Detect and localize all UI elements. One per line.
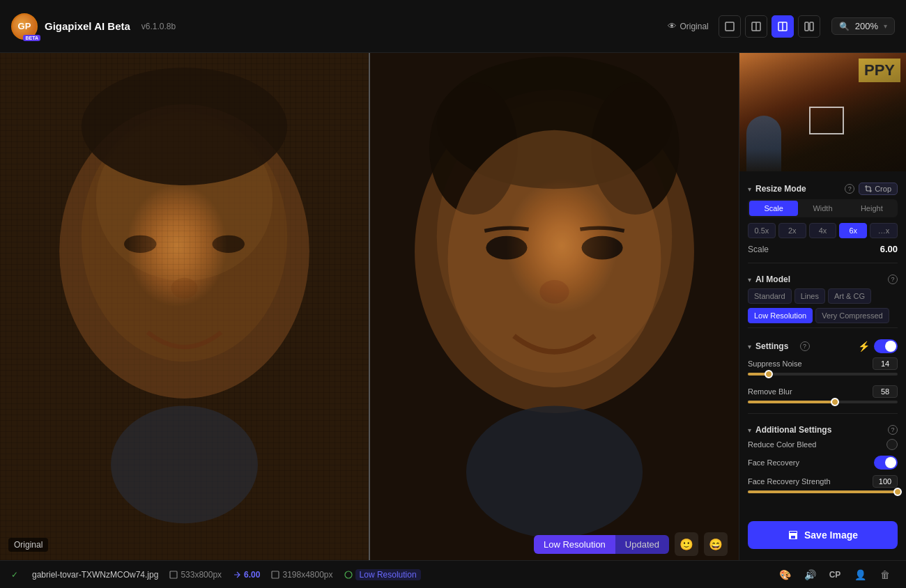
split-container: Original: [0, 53, 739, 560]
scale-0.5x[interactable]: 0.5x: [748, 223, 776, 238]
zoom-icon: 🔍: [839, 22, 850, 31]
crop-button[interactable]: Crop: [859, 183, 898, 195]
panel-sections: ▾ Resize Mode ? Crop Scale Width Height …: [739, 171, 906, 514]
crop-label: Crop: [875, 185, 891, 193]
resize-mode-title: Resize Mode: [755, 184, 840, 194]
model-low-resolution[interactable]: Low Resolution: [748, 308, 813, 323]
tab-height[interactable]: Height: [847, 201, 896, 216]
image-area: Original: [0, 53, 739, 560]
svg-rect-0: [725, 22, 734, 31]
file-bar-actions: 🎨 🔊 CP 👤 🗑: [775, 565, 895, 585]
svg-point-21: [486, 236, 527, 260]
suppress-noise-track[interactable]: [748, 373, 898, 376]
resize-mode-help-icon[interactable]: ?: [845, 184, 854, 194]
status-updated-label: Updated: [615, 535, 669, 554]
status-model-label: Low Resolution: [534, 535, 615, 554]
reduce-color-bleed-label: Reduce Color Bleed: [748, 440, 816, 449]
svg-point-20: [448, 130, 661, 387]
view-sidebyside-btn[interactable]: [798, 15, 820, 38]
settings-help-icon[interactable]: ?: [800, 341, 810, 351]
scale-custom[interactable]: …x: [870, 223, 898, 238]
svg-point-24: [466, 405, 643, 538]
settings-toggle[interactable]: [874, 339, 898, 353]
scale-4x[interactable]: 4x: [809, 223, 837, 238]
svg-point-14: [111, 405, 258, 523]
app-title: Gigapixel AI Beta: [45, 20, 130, 32]
reduce-color-bleed-toggle[interactable]: [886, 439, 898, 450]
color-palette-btn[interactable]: 🎨: [775, 565, 794, 585]
save-icon: [788, 529, 799, 541]
model-very-compressed[interactable]: Very Compressed: [815, 308, 889, 323]
suppress-noise-slider-row: Suppress Noise 14: [748, 357, 898, 376]
viewport-indicator: [809, 107, 844, 134]
svg-point-10: [82, 68, 287, 185]
logo-area: GP BETA Gigapixel AI Beta v6.1.0.8b: [11, 13, 176, 40]
delete-btn[interactable]: 🗑: [875, 565, 895, 585]
preview-thumbnail: PPY: [739, 53, 906, 171]
reduce-color-bleed-row: Reduce Color Bleed: [748, 439, 898, 450]
res-icon: [169, 571, 178, 579]
face-recovery-strength-value[interactable]: 100: [873, 475, 898, 488]
scale-6x[interactable]: 6x: [839, 223, 867, 238]
settings-collapse-icon: ▾: [748, 343, 751, 350]
emoji-happy-btn[interactable]: 🙂: [675, 532, 698, 556]
suppress-noise-value[interactable]: 14: [873, 357, 898, 370]
suppress-noise-label: Suppress Noise: [748, 359, 802, 368]
face-recovery-toggle[interactable]: [874, 456, 898, 470]
remove-blur-track[interactable]: [748, 401, 898, 403]
output-res-info: 3198x4800px: [271, 570, 332, 580]
scale-2x[interactable]: 2x: [778, 223, 806, 238]
model-lines[interactable]: Lines: [794, 288, 825, 304]
file-check-icon: ✓: [11, 570, 18, 580]
resize-mode-section-header[interactable]: ▾ Resize Mode ? Crop: [748, 177, 898, 199]
ai-model-help-icon[interactable]: ?: [888, 274, 898, 284]
settings-section-header[interactable]: ▾ Settings ? ⚡: [748, 334, 898, 357]
model-standard[interactable]: Standard: [748, 288, 792, 304]
view-split-btn[interactable]: [771, 15, 794, 38]
save-label: Save Image: [804, 529, 858, 541]
view-controls: 👁 Original: [668, 15, 820, 38]
view-single-btn[interactable]: [719, 15, 741, 38]
additional-settings-collapse-icon: ▾: [748, 426, 751, 434]
face-recovery-row: Face Recovery: [748, 456, 898, 470]
original-image-panel: Original: [0, 53, 369, 560]
person-btn[interactable]: 👤: [850, 565, 870, 585]
original-label: Original: [680, 22, 708, 31]
additional-settings-help-icon[interactable]: ?: [888, 425, 898, 435]
audio-btn[interactable]: 🔊: [800, 565, 820, 585]
tab-width[interactable]: Width: [798, 201, 847, 216]
svg-point-12: [213, 235, 245, 253]
zoom-chevron-icon: ▾: [884, 22, 887, 30]
face-recovery-label: Face Recovery: [748, 458, 799, 467]
output-res-value: 3198x4800px: [282, 570, 332, 580]
save-image-button[interactable]: Save Image: [748, 521, 898, 549]
scale-icon: [233, 571, 241, 579]
app-logo: GP BETA: [11, 13, 38, 40]
beta-badge: BETA: [23, 35, 40, 41]
tab-scale[interactable]: Scale: [749, 201, 798, 216]
original-res-value: 533x800px: [181, 570, 222, 580]
svg-point-11: [124, 235, 156, 253]
svg-point-23: [539, 280, 569, 304]
svg-rect-5: [805, 22, 808, 31]
svg-point-27: [345, 571, 352, 578]
remove-blur-slider-row: Remove Blur 58: [748, 385, 898, 403]
model-options-row2: Low Resolution Very Compressed: [748, 308, 898, 323]
face-recovery-strength-label: Face Recovery Strength: [748, 477, 831, 486]
compare-btn[interactable]: CP: [825, 565, 845, 585]
image-bottom-bar: Low Resolution Updated 🙂 😄: [0, 528, 739, 560]
scale-value: 6.00: [880, 244, 898, 254]
ai-model-title: AI Model: [755, 274, 884, 284]
remove-blur-value[interactable]: 58: [873, 385, 898, 398]
model-art-cg[interactable]: Art & CG: [828, 288, 871, 304]
status-pill: Low Resolution Updated: [534, 535, 669, 554]
view-half-btn[interactable]: [745, 15, 767, 38]
app-header: GP BETA Gigapixel AI Beta v6.1.0.8b 👁 Or…: [0, 0, 906, 53]
emoji-compare-btn[interactable]: 😄: [704, 532, 728, 556]
scale-factor-value: 6.00: [244, 570, 260, 580]
zoom-control[interactable]: 🔍 200% ▾: [831, 17, 895, 35]
face-recovery-strength-track[interactable]: [748, 490, 898, 493]
additional-settings-section-header[interactable]: ▾ Additional Settings ?: [748, 419, 898, 439]
svg-rect-26: [272, 571, 279, 578]
ai-model-section-header[interactable]: ▾ AI Model ?: [748, 269, 898, 288]
